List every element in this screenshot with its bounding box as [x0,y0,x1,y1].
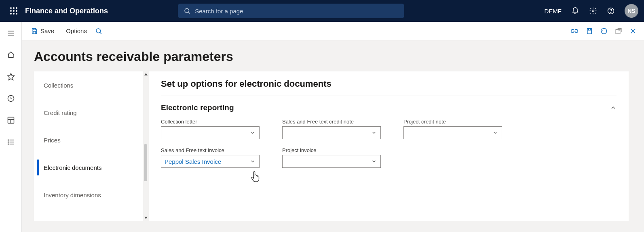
grid-icon [7,116,15,124]
dropdown-value [407,127,490,139]
tab-collections[interactable]: Collections [34,71,143,99]
dropdown-project-credit-note[interactable] [403,126,502,139]
scroll-thumb[interactable] [144,144,147,181]
chevron-down-icon [144,216,148,220]
svg-point-2 [16,7,17,9]
global-search[interactable] [178,4,404,18]
tab-electronic-documents[interactable]: Electronic documents [34,154,143,181]
help-icon[interactable] [607,7,615,15]
field-label: Collection letter [161,119,260,125]
dropdown-project-invoice[interactable] [282,155,381,168]
svg-point-13 [610,13,611,13]
svg-rect-19 [8,117,14,123]
svg-marker-17 [7,73,14,80]
field-collection-letter: Collection letter [161,119,260,139]
menu-icon [7,29,15,37]
home-button[interactable] [4,48,17,61]
tab-panel: Collections Credit rating Prices Electro… [34,71,143,221]
content-row: Collections Credit rating Prices Electro… [22,71,644,221]
separator [60,26,60,36]
options-button[interactable]: Options [62,25,91,37]
field-label: Project credit note [403,119,502,125]
field-label: Sales and Free text credit note [282,119,381,125]
svg-rect-32 [587,28,592,34]
svg-rect-29 [33,31,36,33]
svg-point-9 [185,8,189,13]
link-icon[interactable] [570,28,579,34]
svg-point-0 [10,7,12,9]
app-title: Finance and Operations [25,7,108,15]
chevron-down-icon [370,127,378,139]
chevron-up-icon [144,72,148,76]
workspaces-button[interactable] [4,114,17,127]
svg-point-26 [8,142,8,142]
svg-point-1 [13,7,15,9]
section-title: Electronic reporting [161,103,234,112]
popout-icon[interactable] [615,27,622,35]
chevron-down-icon [249,155,257,167]
refresh-icon[interactable] [600,27,608,35]
dropdown-value [286,127,368,139]
search-input[interactable] [195,8,399,15]
section-header-electronic-reporting[interactable]: Electronic reporting [161,103,617,112]
svg-point-25 [8,140,8,140]
tab-prices[interactable]: Prices [34,126,143,154]
chevron-up-icon [610,105,617,111]
svg-line-31 [100,32,101,33]
svg-point-11 [592,10,594,12]
scroll-down-arrow[interactable] [143,215,149,221]
tab-scrollbar[interactable] [143,71,149,221]
svg-point-4 [13,10,15,12]
search-icon [184,7,191,15]
scroll-up-arrow[interactable] [143,71,149,77]
field-sales-credit-note: Sales and Free text credit note [282,119,381,139]
waffle-icon [10,7,17,15]
action-bar: Save Options [22,22,644,40]
field-label: Project invoice [282,147,381,153]
dropdown-collection-letter[interactable] [161,126,260,139]
svg-line-10 [189,12,190,13]
field-label: Sales and Free text invoice [161,147,260,153]
svg-point-30 [96,29,101,33]
svg-point-3 [10,10,12,12]
save-icon [31,27,38,35]
svg-point-5 [16,10,17,12]
field-sales-invoice: Sales and Free text invoice Peppol Sales… [161,147,260,168]
search-icon [95,27,102,35]
home-icon [7,51,15,59]
left-rail [0,22,22,232]
page-title: Accounts receivable parameters [22,40,644,71]
svg-rect-28 [33,28,36,30]
action-bar-right [570,27,639,35]
tab-credit-rating[interactable]: Credit rating [34,99,143,126]
close-icon[interactable] [629,27,637,35]
save-button[interactable]: Save [27,25,58,37]
hamburger-button[interactable] [4,27,17,40]
dropdown-sales-credit-note[interactable] [282,126,381,139]
bell-icon[interactable] [571,7,579,15]
collapse-section-button[interactable] [610,105,617,111]
dropdown-value [286,155,368,167]
chevron-down-icon [249,127,257,139]
page-search-button[interactable] [91,25,106,37]
field-project-invoice: Project invoice [282,147,381,168]
field-project-credit-note: Project credit note [403,119,502,139]
tab-inventory-dimensions[interactable]: Inventory dimensions [34,181,143,209]
save-label: Save [40,27,54,34]
app-launcher-button[interactable] [6,3,22,19]
clock-icon [7,94,15,102]
attach-icon[interactable] [586,27,593,35]
favorites-button[interactable] [4,70,17,83]
page-body: Accounts receivable parameters Collectio… [22,40,644,232]
avatar[interactable]: NS [625,4,638,18]
options-label: Options [66,27,87,34]
global-header: Finance and Operations DEMF NS [0,0,644,22]
gear-icon[interactable] [589,7,597,15]
dropdown-sales-invoice[interactable]: Peppol Sales Invoice [161,155,260,168]
svg-point-6 [10,13,12,15]
chevron-down-icon [370,155,378,167]
star-icon [7,73,15,81]
company-code[interactable]: DEMF [544,8,562,15]
modules-button[interactable] [4,136,17,148]
recent-button[interactable] [4,92,17,105]
